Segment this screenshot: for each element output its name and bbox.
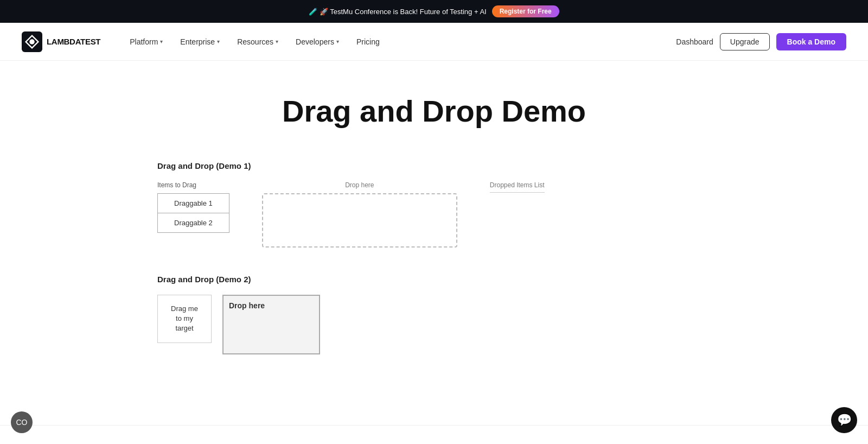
- chat-button[interactable]: 💬: [831, 407, 857, 433]
- drop-here-box[interactable]: Drop here: [222, 295, 320, 354]
- page-title: Drag and Drop Demo: [157, 93, 711, 129]
- drop-zone[interactable]: [262, 193, 457, 248]
- drop-here-text: Drop here: [229, 301, 265, 310]
- top-banner: 🧪 🚀 TestMu Conference is Back! Future of…: [0, 0, 868, 23]
- nav-enterprise-label: Enterprise: [180, 37, 215, 46]
- items-column: Items to Drag Draggable 1 Draggable 2: [157, 181, 229, 233]
- nav-pricing[interactable]: Pricing: [349, 33, 387, 50]
- nav-actions: Dashboard Upgrade Book a Demo: [676, 33, 846, 50]
- upgrade-button[interactable]: Upgrade: [720, 33, 770, 50]
- demo2-container: Drag me to my target Drop here: [157, 295, 711, 354]
- logo-icon: [22, 31, 42, 52]
- navbar-nav: Platform ▾ Enterprise ▾ Resources ▾ Deve…: [122, 33, 676, 50]
- svg-point-1: [29, 39, 35, 45]
- dashboard-link[interactable]: Dashboard: [676, 37, 713, 46]
- nav-platform[interactable]: Platform ▾: [122, 33, 170, 50]
- nav-developers[interactable]: Developers ▾: [288, 33, 347, 50]
- chat-icon: 💬: [837, 413, 852, 427]
- chevron-down-icon: ▾: [160, 39, 163, 45]
- dropped-column: Dropped Items List: [490, 181, 545, 197]
- dropped-items-label: Dropped Items List: [490, 181, 545, 193]
- demo1-label: Drag and Drop (Demo 1): [157, 161, 711, 170]
- main-content: Drag and Drop Demo Drag and Drop (Demo 1…: [136, 61, 732, 425]
- logo-text: LAMBDATEST: [47, 37, 100, 46]
- demo1-section: Drag and Drop (Demo 1) Items to Drag Dra…: [157, 161, 711, 248]
- register-button[interactable]: Register for Free: [492, 5, 559, 17]
- footer: Products & Features Automation Testing C…: [0, 425, 868, 444]
- draggable-item-2[interactable]: Draggable 2: [157, 213, 229, 233]
- logo[interactable]: LAMBDATEST: [22, 31, 100, 52]
- banner-text: 🧪 🚀 TestMu Conference is Back! Future of…: [309, 8, 486, 16]
- nav-enterprise[interactable]: Enterprise ▾: [173, 33, 227, 50]
- drag-me-box[interactable]: Drag me to my target: [157, 295, 212, 343]
- nav-resources-label: Resources: [237, 37, 273, 46]
- nav-pricing-label: Pricing: [356, 37, 380, 46]
- draggable-item-1[interactable]: Draggable 1: [157, 193, 229, 213]
- nav-resources[interactable]: Resources ▾: [229, 33, 286, 50]
- nav-developers-label: Developers: [296, 37, 334, 46]
- drop-here-label: Drop here: [262, 181, 457, 189]
- navbar: LAMBDATEST Platform ▾ Enterprise ▾ Resou…: [0, 23, 868, 61]
- book-demo-button[interactable]: Book a Demo: [776, 33, 846, 50]
- demo1-container: Items to Drag Draggable 1 Draggable 2 Dr…: [157, 181, 711, 248]
- demo2-label: Drag and Drop (Demo 2): [157, 275, 711, 284]
- chevron-down-icon: ▾: [276, 39, 278, 45]
- items-to-drag-label: Items to Drag: [157, 181, 229, 189]
- nav-platform-label: Platform: [130, 37, 158, 46]
- drop-column: Drop here: [262, 181, 457, 248]
- support-icon[interactable]: CO: [11, 411, 33, 433]
- support-label: CO: [16, 418, 28, 427]
- chevron-down-icon: ▾: [217, 39, 220, 45]
- chevron-down-icon: ▾: [336, 39, 339, 45]
- demo2-section: Drag and Drop (Demo 2) Drag me to my tar…: [157, 275, 711, 354]
